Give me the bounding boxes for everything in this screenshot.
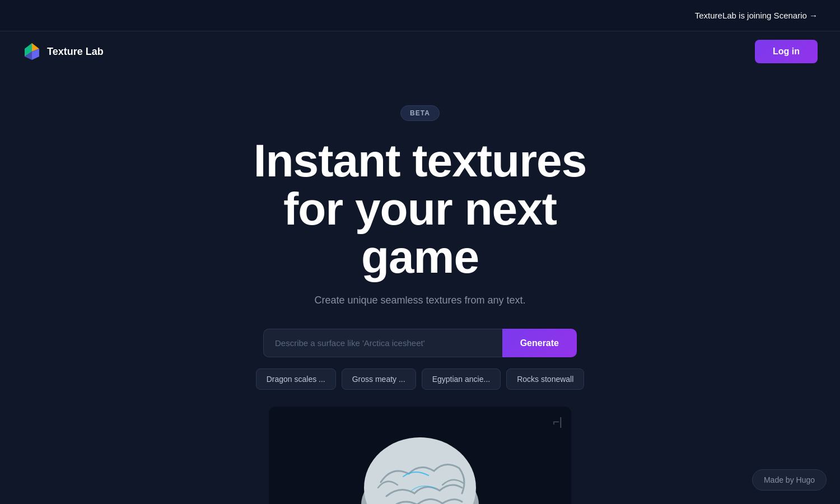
announcement-text: TextureLab is joining Scenario → [695, 11, 818, 20]
beta-badge: BETA [400, 105, 440, 121]
nav-title: Texture Lab [47, 46, 104, 58]
made-by-badge: Made by Hugo [752, 469, 827, 491]
announcement-bar: TextureLab is joining Scenario → [0, 0, 840, 31]
hero-subtitle: Create unique seamless textures from any… [314, 295, 525, 306]
hero-title: Instant textures for your next game [218, 137, 622, 281]
brain-visual [347, 415, 493, 504]
logo-icon [22, 42, 41, 61]
login-button[interactable]: Log in [755, 40, 818, 63]
generate-button[interactable]: Generate [502, 329, 577, 357]
search-input[interactable] [263, 329, 502, 357]
logo[interactable]: Texture Lab [22, 42, 104, 61]
hero-section: BETA Instant textures for your next game… [0, 72, 840, 504]
svg-point-5 [364, 437, 476, 504]
chip-dragon-scales[interactable]: Dragon scales ... [256, 368, 336, 390]
search-area: Generate [263, 329, 577, 357]
chip-rocks-stonewall[interactable]: Rocks stonewall [506, 368, 584, 390]
chip-gross-meaty[interactable]: Gross meaty ... [342, 368, 416, 390]
corner-icon: ⌐| [553, 416, 562, 428]
chip-egyptian[interactable]: Egyptian ancie... [422, 368, 501, 390]
main-nav: Texture Lab Log in [0, 31, 840, 72]
preview-container: ⌐| [269, 407, 571, 504]
chips-container: Dragon scales ... Gross meaty ... Egypti… [256, 368, 585, 390]
announcement-link[interactable]: TextureLab is joining Scenario → [695, 11, 818, 20]
